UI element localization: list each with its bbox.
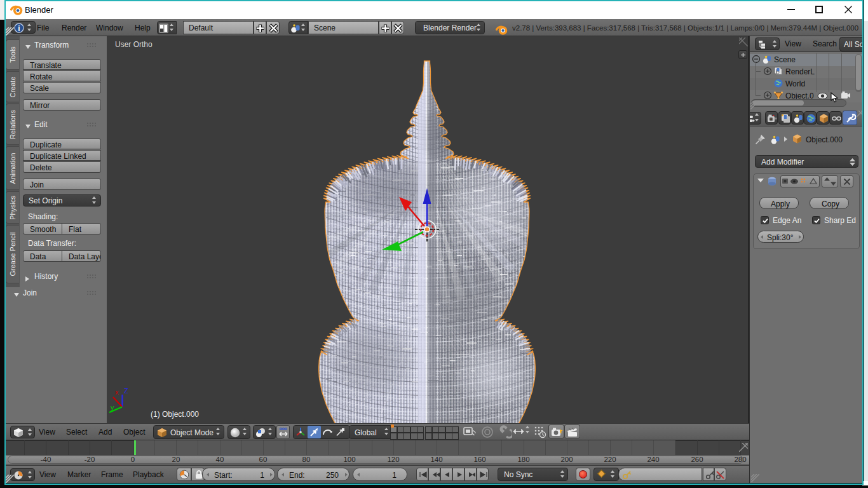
svg-text:x: x: [115, 388, 119, 396]
svg-text:i: i: [18, 24, 20, 33]
svg-text:y: y: [111, 403, 114, 411]
svg-text:Z: Z: [124, 387, 128, 395]
